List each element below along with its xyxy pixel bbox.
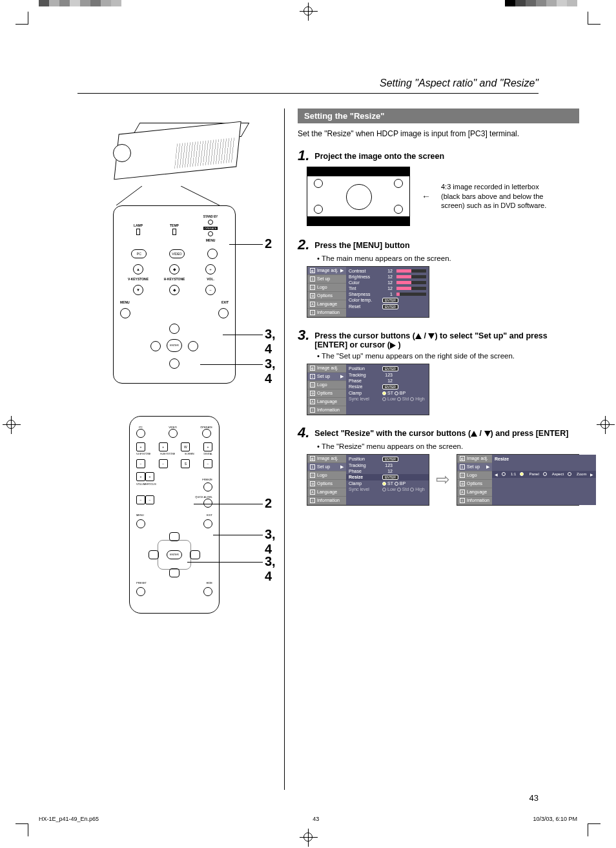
pc-button[interactable]: PC xyxy=(131,249,147,258)
enter-button[interactable]: ENTER xyxy=(167,339,182,352)
vol-up-button[interactable]: + xyxy=(205,264,216,274)
column-divider xyxy=(284,109,285,790)
cursor-left-button[interactable] xyxy=(150,341,161,351)
leader-line xyxy=(187,562,263,563)
panel-menu-button[interactable] xyxy=(120,308,130,318)
remote-focus-down-button[interactable]: − xyxy=(145,495,154,504)
control-panel-diagram: LAMP TEMP STAND BY OPERATE MENU PC VIDEO xyxy=(113,205,236,384)
remote-pc-button[interactable] xyxy=(136,429,145,438)
cursor-up-button[interactable] xyxy=(169,324,180,334)
osd-item: Image adj. xyxy=(467,456,488,460)
osd-opt: High xyxy=(415,487,424,491)
osd-key: Resize xyxy=(349,475,378,479)
osd-key: Color xyxy=(349,280,378,285)
osd-enter-badge: ENTER xyxy=(382,298,398,303)
osd-val: 12 xyxy=(382,269,393,273)
remote-video-button[interactable] xyxy=(169,429,178,438)
vkeystone-down-button[interactable]: ▼ xyxy=(133,285,143,295)
remote-preset-label: PRESET xyxy=(136,581,147,584)
osd-enter-badge: ENTER xyxy=(382,475,398,480)
remote-vkey-down-button[interactable]: − xyxy=(136,459,145,468)
osd-setup-menu: ◐Image adj. 1Set up▶ □Logo ⚙Options ALan… xyxy=(307,364,429,415)
exit-label: EXIT xyxy=(192,300,229,304)
remote-cursor-down-button[interactable] xyxy=(169,568,180,577)
osd-enter-badge: ENTER xyxy=(382,366,398,371)
cursor-down-button[interactable] xyxy=(169,358,180,369)
hkeystone-up-button[interactable]: ◆ xyxy=(169,264,180,274)
triangle-up-icon xyxy=(471,431,477,437)
remote-control-diagram: PC VIDEO OPERATE + + W + V-KEYSTONE H-KE… xyxy=(129,416,220,614)
remote-hkey-up-button[interactable]: + xyxy=(159,442,168,451)
breadcrumb: Setting "Aspect ratio" and "Resize" xyxy=(380,78,539,89)
callout-num: 3, 4 xyxy=(265,357,276,386)
page-number: 43 xyxy=(529,793,539,803)
remote-enter-button[interactable]: ENTER xyxy=(167,550,182,559)
vol-down-button[interactable]: − xyxy=(205,285,216,295)
remote-vkey-up-button[interactable]: + xyxy=(136,442,145,451)
remote-hide-label: HIDE xyxy=(206,581,212,584)
step-title: Select "Resize" with the cursor buttons … xyxy=(314,426,568,438)
remote-exit-button[interactable] xyxy=(203,519,212,528)
osd-item: Set up xyxy=(317,374,330,378)
osd-setup-resize-selected: ◐Image adj. 1Set up▶ □Logo ⚙Options ALan… xyxy=(307,454,429,506)
osd-key: Phase xyxy=(349,469,378,473)
vkeystone-up-button[interactable]: ▲ xyxy=(133,264,143,274)
osd-item: Logo xyxy=(467,473,477,477)
remote-freeze-button[interactable] xyxy=(203,482,212,491)
osd-key: Resize xyxy=(349,384,378,389)
remote-quickalign-button[interactable] xyxy=(203,499,212,508)
osd-item: Language xyxy=(317,302,337,306)
osd-item: Language xyxy=(467,490,487,494)
remote-freeze-label: FREEZE xyxy=(202,478,212,481)
remote-digizoom-label: DIGITAL xyxy=(204,453,212,455)
operate-label: OPERATE xyxy=(203,227,218,230)
osd-item: Set up xyxy=(317,464,330,469)
remote-vol-down-button[interactable]: − xyxy=(136,495,145,504)
remote-volume-label: VOLUME xyxy=(136,482,147,491)
osd-item: Image adj. xyxy=(317,456,338,460)
osd-opt: High xyxy=(415,397,424,401)
remote-hkey-down-button[interactable]: − xyxy=(159,459,168,468)
cursor-right-button[interactable] xyxy=(188,341,198,351)
osd-item: Image adj. xyxy=(317,268,338,273)
osd-opt: ST xyxy=(387,481,393,486)
remote-preset-button[interactable] xyxy=(136,587,145,596)
remote-cursor-up-button[interactable] xyxy=(169,532,180,541)
remote-cursor-right-button[interactable] xyxy=(190,550,200,559)
remote-screen-s-button[interactable]: S xyxy=(181,459,190,468)
osd-resize-title: Resize xyxy=(495,457,524,461)
remote-screen-button[interactable]: W xyxy=(181,442,190,451)
svg-line-0 xyxy=(116,186,142,205)
osd-item: Set up xyxy=(467,464,480,469)
menu-button[interactable] xyxy=(207,249,218,259)
remote-operate-button[interactable] xyxy=(202,429,211,438)
standby-led-icon xyxy=(208,220,213,225)
hkeystone-down-button[interactable]: ◆ xyxy=(169,285,180,295)
osd-key: Sync level xyxy=(349,397,378,401)
osd-opt: ST xyxy=(387,391,393,395)
remote-zoom-in-button[interactable]: + xyxy=(203,442,212,451)
remote-vkey-label: V-KEYSTONE xyxy=(136,453,150,455)
osd-val: 123 xyxy=(382,373,393,377)
osd-enter-badge: ENTER xyxy=(382,304,398,309)
osd-key: Phase xyxy=(349,378,378,383)
remote-menu-button[interactable] xyxy=(136,519,145,528)
lamp-label: LAMP xyxy=(120,223,156,227)
panel-exit-button[interactable] xyxy=(218,308,229,318)
osd-key: Clamp xyxy=(349,481,378,486)
arrow-left-icon: ← xyxy=(422,192,431,201)
remote-hide-button[interactable] xyxy=(203,587,212,596)
step-bullet: The main menu appears on the screen. xyxy=(317,254,579,262)
osd-item: Logo xyxy=(317,473,327,477)
step-number: 4. xyxy=(298,426,309,440)
osd-enter-badge: ENTER xyxy=(382,457,398,462)
crop-mark xyxy=(15,12,28,25)
osd-item: Logo xyxy=(317,285,327,289)
remote-cursor-left-button[interactable] xyxy=(149,550,159,559)
registration-mark xyxy=(601,420,610,429)
video-button[interactable]: VIDEO xyxy=(169,249,185,258)
remote-focus-up-button[interactable]: + xyxy=(145,472,154,481)
remote-vol-up-button[interactable]: + xyxy=(136,472,145,481)
remote-zoom-out-button[interactable]: − xyxy=(203,459,212,468)
osd-key: Contrast xyxy=(349,269,378,273)
